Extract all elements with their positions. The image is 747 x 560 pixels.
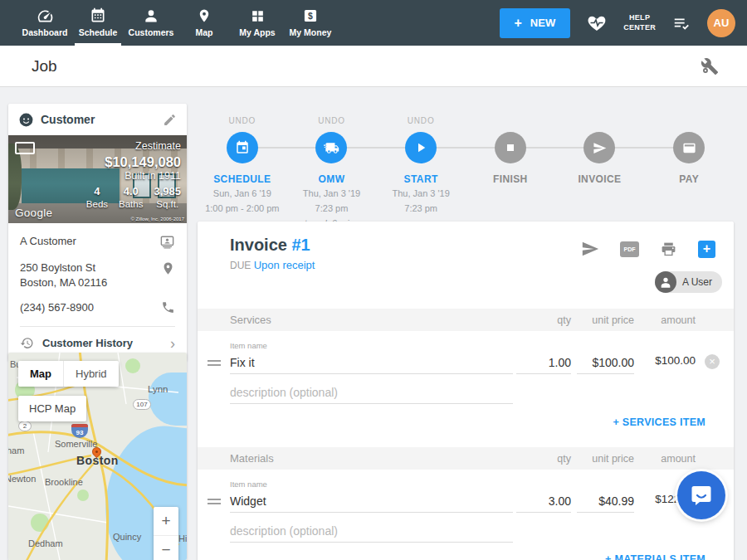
print-icon[interactable] [660,241,677,258]
map-label-brookline: Brookline [45,477,83,487]
qty-column-header: qty [521,314,571,326]
zoom-out-button[interactable]: − [154,535,178,560]
top-nav: Dashboard Schedule Customers Map My Apps… [0,0,747,46]
material-unit-price-input[interactable] [577,489,634,513]
fact-beds: 4 Beds [86,185,108,211]
finish-step-button[interactable] [495,132,526,163]
step-label: INVOICE [578,173,621,185]
assigned-user-chip[interactable]: A User [655,271,722,293]
step-label: SCHEDULE [213,173,271,185]
service-description-input[interactable] [230,381,513,404]
fact-value: 3,985 [154,185,181,198]
help-center-link[interactable]: HELP CENTER [623,13,656,32]
dashboard-icon [37,7,54,25]
map-type-map-button[interactable]: Map [18,361,63,387]
item-name-label: Item name [230,480,267,489]
chat-launcher-button[interactable] [677,471,725,519]
map-type-hybrid-button[interactable]: Hybrid [63,361,119,387]
service-item-name-input[interactable] [230,351,513,374]
send-invoice-icon[interactable] [581,240,599,258]
drag-handle[interactable] [208,358,221,368]
undo-link[interactable]: UNDO [318,116,345,132]
map-pin-icon [197,7,212,25]
nav-item-schedule[interactable]: Schedule [71,0,124,46]
pay-step-button[interactable] [673,132,705,163]
customer-history-link[interactable]: Customer History › [20,326,175,351]
property-photo: Zestimate $10,149,080 Built in 1911 4 Be… [8,135,187,223]
material-qty-input[interactable] [516,489,571,513]
built-year: Built in 1911 [86,170,181,183]
map-label-somerville: Somerville [55,439,97,449]
new-button-label: NEW [530,17,555,29]
due-value-link[interactable]: Upon receipt [254,259,315,271]
qty-column-header: qty [521,453,571,465]
zestimate-overlay: Zestimate $10,149,080 Built in 1911 4 Be… [86,140,181,211]
send-icon [593,141,607,155]
truck-icon [324,140,339,156]
omw-step-button[interactable] [315,132,347,163]
add-invoice-button[interactable]: + [698,241,715,258]
nav-item-map[interactable]: Map [178,0,231,46]
nav-item-dashboard[interactable]: Dashboard [18,0,71,46]
invoice-step-button[interactable] [583,132,615,163]
drag-handle[interactable] [208,496,221,507]
customer-details: A Customer 250 Boylston St Boston, MA 02… [8,223,187,361]
play-icon [413,140,428,155]
add-services-item-link[interactable]: + SERVICES ITEM [613,416,706,428]
service-qty-input[interactable] [516,351,571,374]
property-facts: 4 Beds 4.0 Baths 3,985 Sq.ft. [86,185,181,211]
unit-price-column-header: unit price [568,453,634,465]
edit-pencil-icon[interactable] [163,113,177,127]
pdf-icon[interactable]: PDF [620,241,639,257]
nav-item-my-apps[interactable]: My Apps [231,0,284,46]
nav-label: My Money [290,27,332,37]
start-step-button[interactable] [405,132,437,163]
amount-column-header: amount [629,314,696,326]
nav-item-customers[interactable]: Customers [124,0,178,46]
service-unit-price-input[interactable] [577,351,634,374]
job-settings-icon[interactable] [701,57,719,75]
customer-name: A Customer [20,234,76,249]
location-pin-icon[interactable] [161,261,175,276]
photo-copyright: © Zillow, Inc. 2006-2017 [131,217,184,222]
help-center-line1: HELP [623,13,656,23]
invoice-number[interactable]: #1 [291,236,310,254]
phone-icon[interactable] [161,300,175,314]
nav-label: Schedule [79,27,118,37]
nav-item-my-money[interactable]: $ My Money [284,0,337,46]
step-label: FINISH [493,173,528,185]
undo-link[interactable]: UNDO [229,116,256,132]
nav-label: Customers [129,27,174,37]
schedule-step-button[interactable] [227,132,258,163]
stop-icon [504,141,517,154]
materials-label: Materials [230,452,274,465]
streetview-frame-icon[interactable] [15,142,35,154]
hcp-map-button[interactable]: HCP Map [18,396,86,421]
remove-service-item-button[interactable]: × [705,354,720,369]
add-materials-item-link[interactable]: + MATERIALS ITEM [605,553,706,560]
map-label-hingham: Hi [178,533,187,543]
material-item-name-input[interactable] [230,489,513,513]
undo-link[interactable]: UNDO [408,116,435,132]
map-label-newton: Newton [8,474,36,484]
contact-card-icon[interactable] [159,234,175,250]
fact-sqft: 3,985 Sq.ft. [154,185,181,211]
task-list-check-icon[interactable] [672,14,691,32]
route-2-shield: 2 [18,421,32,431]
chat-bubble-icon [690,484,713,507]
plus-icon: + [515,17,522,30]
job-status-timeline: UNDO SCHEDULE Sun, Jan 6 '19 1:00 pm - 2… [198,116,734,230]
customer-history-label: Customer History [42,336,162,351]
zoom-in-button[interactable]: + [154,507,178,535]
step-label: OMW [319,173,345,185]
map-type-toggle: Map Hybrid [18,361,119,387]
credit-card-icon [682,141,696,155]
nav-right: + NEW HELP CENTER AU [500,0,747,46]
material-description-input[interactable] [230,519,513,543]
page-header: Job [0,46,747,87]
heart-pulse-icon[interactable] [587,13,607,33]
google-watermark: Google [15,207,52,219]
user-avatar[interactable]: AU [707,9,735,37]
step-date: Thu, Jan 3 '19 [392,187,449,200]
new-button[interactable]: + NEW [500,8,571,38]
